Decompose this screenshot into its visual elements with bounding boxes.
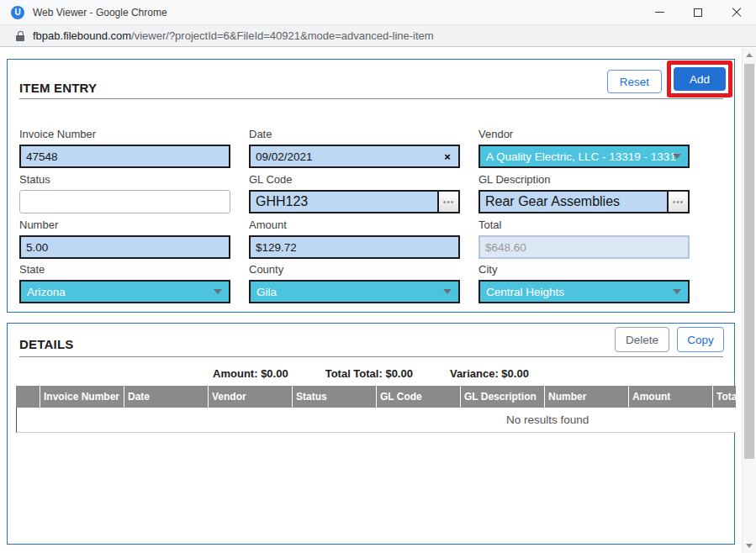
app-icon-letter: U [14, 8, 20, 17]
chevron-down-icon [673, 289, 681, 294]
date-input[interactable] [251, 150, 436, 163]
invoice-number-label: Invoice Number [19, 128, 230, 140]
number-field: Number [19, 219, 230, 259]
chevron-down-icon [443, 289, 452, 294]
copy-button[interactable]: Copy [677, 327, 724, 352]
gl-code-lookup-button[interactable]: ••• [437, 192, 458, 212]
add-button-highlight-annotation: Add [667, 61, 732, 97]
date-label: Date [249, 128, 460, 140]
state-field: State Arizona [19, 263, 230, 303]
filebound-app-icon: U [11, 6, 24, 19]
address-bar[interactable]: fbpab.filebound.com/viewer/?projectId=6&… [0, 25, 756, 47]
status-field: Status [19, 173, 230, 213]
window-titlebar: U Web Viewer - Google Chrome [0, 0, 756, 25]
amount-label: Amount [249, 219, 460, 231]
gl-code-field: GL Code ••• [249, 173, 460, 213]
browser-window: { "window": { "title": "Web Viewer - Goo… [0, 0, 756, 553]
column-header-number[interactable]: Number [545, 386, 628, 408]
maximize-button[interactable] [679, 0, 717, 25]
vertical-scrollbar[interactable] [742, 48, 756, 553]
minimize-button[interactable] [640, 0, 679, 25]
url-path: /viewer/?projectId=6&FileId=40921&mode=a… [131, 29, 434, 42]
gl-description-lookup-button[interactable]: ••• [667, 192, 688, 212]
city-field: City Central Heights [478, 263, 690, 303]
invoice-number-input[interactable] [19, 145, 230, 168]
chevron-down-icon [673, 154, 681, 159]
gl-description-field: GL Description ••• [478, 173, 690, 213]
summary-variance: Variance: $0.00 [450, 367, 529, 380]
ellipsis-icon: ••• [443, 198, 455, 207]
state-selected-value: Arizona [21, 286, 229, 298]
chevron-down-icon [214, 289, 222, 294]
close-button[interactable] [717, 0, 756, 25]
scrollbar-thumb[interactable] [744, 64, 754, 459]
item-entry-panel: ITEM ENTRY Reset Add Invoice Number Date… [7, 59, 735, 313]
add-button[interactable]: Add [674, 67, 726, 91]
details-panel: DETAILS Delete Copy Amount: $0.00 Total … [7, 323, 735, 545]
header-divider [19, 356, 723, 357]
gl-description-input-group: ••• [478, 190, 690, 213]
column-header-selector[interactable] [16, 386, 40, 408]
total-field: Total [478, 219, 690, 259]
column-header-gl-description[interactable]: GL Description [461, 386, 544, 408]
city-label: City [478, 263, 690, 276]
column-header-gl-code[interactable]: GL Code [377, 386, 460, 408]
totals-summary: Amount: $0.00 Total Total: $0.00 Varianc… [8, 367, 734, 380]
county-select[interactable]: Gila [249, 280, 460, 303]
column-header-total[interactable]: Total [713, 386, 736, 408]
vendor-label: Vendor [478, 128, 690, 140]
total-label: Total [478, 219, 690, 231]
scroll-down-button[interactable] [743, 539, 756, 553]
number-input[interactable] [19, 235, 230, 259]
status-label: Status [19, 173, 230, 186]
close-icon [732, 8, 742, 18]
item-entry-title: ITEM ENTRY [19, 81, 97, 95]
delete-button[interactable]: Delete [615, 327, 669, 352]
page-content: ITEM ENTRY Reset Add Invoice Number Date… [0, 48, 756, 553]
clear-date-icon[interactable]: × [436, 150, 458, 163]
gl-code-input[interactable] [251, 192, 437, 212]
triangle-down-icon [746, 544, 753, 548]
amount-input[interactable] [249, 235, 460, 259]
date-field: Date × [249, 128, 460, 168]
details-table-header: Invoice Number Date Vendor Status GL Cod… [16, 386, 736, 408]
status-input[interactable] [19, 190, 230, 213]
column-header-status[interactable]: Status [293, 386, 376, 408]
county-label: County [249, 263, 460, 276]
invoice-number-field: Invoice Number [19, 128, 230, 168]
county-field: County Gila [249, 263, 460, 303]
scroll-up-button[interactable] [743, 48, 756, 62]
reset-button[interactable]: Reset [607, 70, 662, 93]
number-label: Number [19, 219, 230, 231]
city-select[interactable]: Central Heights [478, 280, 690, 303]
date-input-group: × [249, 145, 460, 168]
vendor-select[interactable]: A Quality Electric, LLC - 13319 - 1331 [478, 145, 690, 168]
no-results-message: No results found [506, 408, 589, 432]
header-divider [19, 98, 723, 99]
amount-field: Amount [249, 219, 460, 259]
gl-description-input[interactable] [480, 192, 667, 212]
window-controls [640, 0, 756, 25]
vendor-field: Vendor A Quality Electric, LLC - 13319 -… [478, 128, 690, 168]
lock-icon [15, 31, 25, 41]
window-title: Web Viewer - Google Chrome [33, 7, 167, 18]
state-select[interactable]: Arizona [19, 280, 230, 303]
state-label: State [19, 263, 230, 276]
details-title: DETAILS [19, 337, 73, 351]
county-selected-value: Gila [251, 286, 458, 298]
gl-description-label: GL Description [478, 173, 690, 186]
vendor-selected-value: A Quality Electric, LLC - 13319 - 1331 [480, 150, 688, 163]
minimize-icon [655, 12, 664, 13]
summary-amount: Amount: $0.00 [213, 367, 288, 380]
empty-results-row: No results found [16, 408, 736, 433]
column-header-invoice-number[interactable]: Invoice Number [40, 386, 124, 408]
url-domain: fbpab.filebound.com [33, 29, 131, 42]
city-selected-value: Central Heights [480, 286, 688, 298]
gl-code-label: GL Code [249, 173, 460, 186]
column-header-date[interactable]: Date [124, 386, 208, 408]
column-header-vendor[interactable]: Vendor [209, 386, 292, 408]
page-url: fbpab.filebound.com/viewer/?projectId=6&… [33, 29, 434, 42]
column-header-amount[interactable]: Amount [629, 386, 712, 408]
summary-total-total: Total Total: $0.00 [325, 367, 413, 380]
triangle-up-icon [746, 53, 753, 57]
